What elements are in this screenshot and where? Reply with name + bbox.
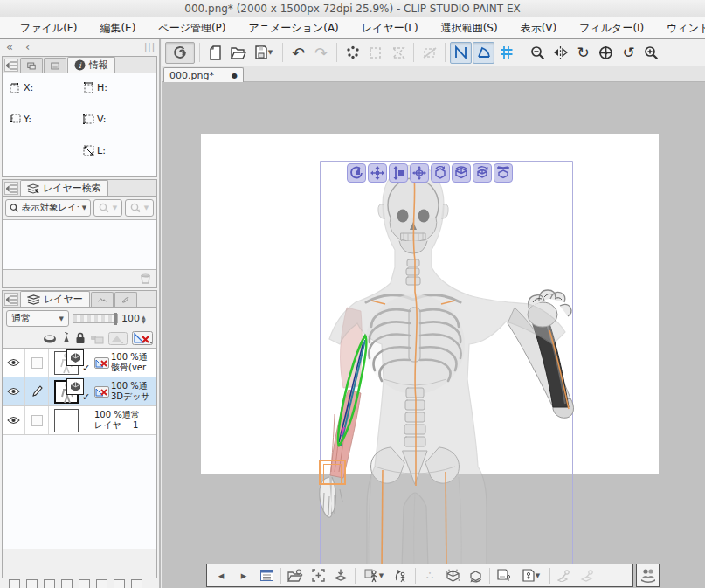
reset-view-button[interactable] xyxy=(595,42,617,64)
visibility-eye-icon[interactable] xyxy=(3,406,25,434)
next-item-button[interactable]: ▸ xyxy=(233,566,254,585)
open-file-button[interactable] xyxy=(227,42,249,64)
menu-layer[interactable]: レイヤー(L) xyxy=(350,18,430,38)
camera-cube-button[interactable] xyxy=(442,566,463,585)
draft-layer-icon[interactable] xyxy=(108,332,128,345)
blend-mode-dropdown[interactable]: 通常 ▼ xyxy=(6,310,69,327)
deselect-button[interactable] xyxy=(364,42,386,64)
import-3d-file-button[interactable] xyxy=(285,566,306,585)
snap-to-grid-button[interactable] xyxy=(495,42,517,64)
layer-thumbnail[interactable]: ✓ xyxy=(49,349,93,377)
snap-to-special-ruler-button[interactable] xyxy=(473,42,494,64)
tab-info[interactable]: i 情報 xyxy=(67,57,115,73)
menu-view[interactable]: 表示(V) xyxy=(509,18,569,38)
hide-selection-border-button[interactable] xyxy=(418,42,440,64)
save-file-button[interactable]: ▼ xyxy=(250,42,278,64)
layer-thumbnail[interactable]: ✓ xyxy=(49,377,93,405)
3d-skeleton-model[interactable] xyxy=(162,82,705,588)
pose-preset-button[interactable]: ▼ xyxy=(359,566,389,585)
clip-studio-logo-button[interactable] xyxy=(165,42,195,64)
layer-checkbox[interactable] xyxy=(25,406,49,434)
tab-tool-property[interactable] xyxy=(114,292,137,307)
tab-layer-property[interactable] xyxy=(91,292,114,307)
layer-palette-menu-icon[interactable] xyxy=(4,293,18,306)
object-snap-ground-icon[interactable] xyxy=(494,163,513,183)
menu-edit[interactable]: 編集(E) xyxy=(88,18,147,38)
camera-rotate-icon[interactable] xyxy=(347,163,366,183)
menu-filter[interactable]: フィルター(I) xyxy=(568,18,655,38)
menu-selection[interactable]: 選択範囲(S) xyxy=(430,18,509,38)
rotate-model-button[interactable] xyxy=(391,566,411,585)
search-next-dropdown[interactable]: ▼ xyxy=(93,199,122,217)
manipulator-pin2-button[interactable] xyxy=(577,566,598,585)
focus-camera-button[interactable] xyxy=(308,566,328,585)
collapse-panel-button[interactable]: ‹ xyxy=(19,40,36,53)
layer-row-paper[interactable]: 100 %通常 レイヤー 1 xyxy=(3,406,156,435)
lock-transparent-icon[interactable] xyxy=(90,332,104,344)
joint-angle-button[interactable]: ∴ xyxy=(419,566,440,585)
menu-page[interactable]: ページ管理(P) xyxy=(147,18,237,38)
register-material-button[interactable]: ▼ xyxy=(516,566,546,585)
menu-window[interactable]: ウィンドウ(W) xyxy=(655,18,705,38)
clipping-mask-icon[interactable] xyxy=(42,333,58,344)
opacity-spinner[interactable]: ▲▼ xyxy=(142,315,146,323)
visibility-eye-icon[interactable] xyxy=(3,377,25,405)
search-clear-dropdown[interactable]: ▼ xyxy=(125,199,154,217)
rotate-view-cw-button[interactable]: ↻ xyxy=(572,42,594,64)
tab-subview[interactable] xyxy=(44,58,66,73)
dock-grip-handle[interactable]: ||| xyxy=(144,42,161,52)
layer-ruler-icon[interactable] xyxy=(94,357,109,369)
layer-row-skeleton[interactable]: ✓ 100 %通 骸骨(ver xyxy=(3,349,156,377)
character-settings-button[interactable] xyxy=(636,564,660,587)
save-pose-button[interactable] xyxy=(494,566,515,585)
tab-navigator[interactable] xyxy=(20,58,43,73)
layer-opacity-text: 100 %通 xyxy=(111,352,148,363)
visibility-eye-icon[interactable] xyxy=(3,349,25,377)
select-points-button[interactable] xyxy=(342,42,363,64)
ruler-toggle-icon[interactable] xyxy=(132,331,153,345)
document-tab[interactable]: 000.png* ● xyxy=(163,67,244,82)
drop-to-ground-button[interactable] xyxy=(330,566,351,585)
object-move-icon[interactable] xyxy=(410,163,429,183)
layer-thumbnail[interactable] xyxy=(49,406,93,434)
rotate-view-ccw-button[interactable]: ↺ xyxy=(618,42,639,64)
object-rotate-icon[interactable] xyxy=(431,163,450,183)
lock-alpha-icon[interactable] xyxy=(62,332,71,344)
layer-search-menu-icon[interactable] xyxy=(4,182,18,195)
layer-search-icon xyxy=(27,183,39,194)
zoom-in-button[interactable] xyxy=(640,42,662,64)
search-target-dropdown[interactable]: 表示対象レイヤ ▼ xyxy=(5,199,91,217)
tab-layer-search[interactable]: レイヤー検索 xyxy=(20,180,108,196)
layer-row-3d-figure[interactable]: ✓ 100 %通 3Dデッサ xyxy=(3,377,156,406)
canvas-viewport[interactable]: ◂ ▸ ▼ ∴ xyxy=(162,82,705,588)
menu-file[interactable]: ファイル(F) xyxy=(9,18,88,38)
layer-ruler-icon[interactable] xyxy=(94,386,109,398)
object-launcher-bar: ◂ ▸ ▼ ∴ xyxy=(206,564,633,587)
flip-view-button[interactable] xyxy=(549,42,571,64)
camera-zoom-icon[interactable] xyxy=(389,163,408,183)
object-list-button[interactable] xyxy=(256,566,277,585)
layer-search-tab-label: レイヤー検索 xyxy=(43,182,101,195)
menu-animation[interactable]: アニメーション(A) xyxy=(238,18,350,38)
manipulator-pin-button[interactable] xyxy=(554,566,575,585)
trash-icon[interactable] xyxy=(140,273,151,284)
document-tab-label: 000.png* xyxy=(169,70,214,81)
zoom-out-button[interactable] xyxy=(527,42,549,64)
lock-layer-icon[interactable] xyxy=(75,332,86,344)
camera-orbit-cube-icon[interactable] xyxy=(473,163,492,183)
object-rotate-3d-icon[interactable] xyxy=(452,163,471,183)
undo-button[interactable]: ↶ xyxy=(287,42,309,64)
redo-button[interactable]: ↷ xyxy=(310,42,332,64)
new-file-button[interactable] xyxy=(204,42,226,64)
opacity-slider[interactable] xyxy=(73,314,118,323)
layer-checkbox[interactable] xyxy=(25,349,49,377)
tab-layer[interactable]: レイヤー xyxy=(20,291,90,307)
collapse-dock-button[interactable]: « xyxy=(0,40,19,53)
invert-selection-button[interactable] xyxy=(387,42,409,64)
camera-pan-icon[interactable] xyxy=(368,163,387,183)
snap-to-ruler-button[interactable] xyxy=(450,42,472,64)
layer-palette-bottom-toolbar[interactable] xyxy=(2,579,142,588)
info-palette-menu-icon[interactable] xyxy=(4,59,18,72)
camera-angle-button[interactable] xyxy=(465,566,486,585)
prev-item-button[interactable]: ◂ xyxy=(211,566,232,585)
